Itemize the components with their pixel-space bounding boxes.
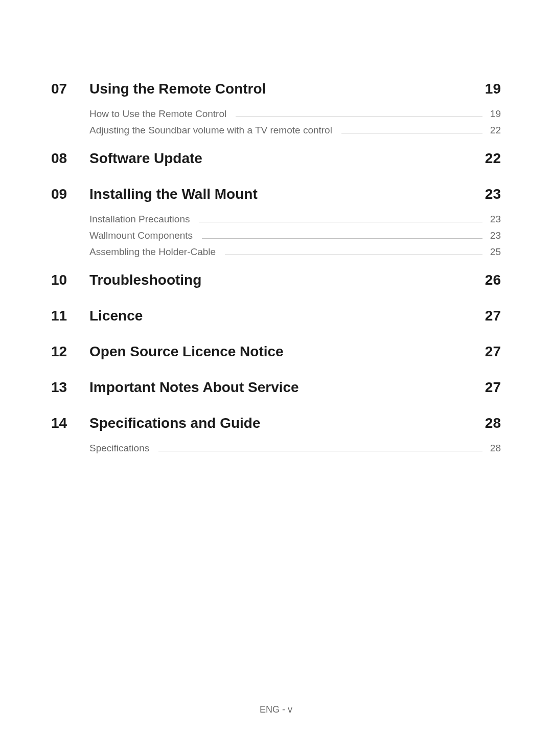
toc-container: 07 Using the Remote Control 19 How to Us… xyxy=(0,0,552,459)
section-title: Using the Remote Control xyxy=(89,81,266,97)
sub-items: How to Use the Remote Control 19 Adjusti… xyxy=(89,108,501,136)
toc-section: 10 Troubleshooting 26 xyxy=(51,272,501,288)
section-title: Specifications and Guide xyxy=(89,415,261,431)
section-body: Specifications and Guide 28 Specificatio… xyxy=(89,415,501,459)
sub-item: Specifications 28 xyxy=(89,443,501,454)
sub-title: How to Use the Remote Control xyxy=(89,108,226,120)
leader-line xyxy=(158,451,482,451)
section-body: Troubleshooting 26 xyxy=(89,272,501,288)
section-header: Software Update 22 xyxy=(89,150,501,167)
sub-page: 22 xyxy=(488,125,501,136)
section-title: Troubleshooting xyxy=(89,272,201,288)
section-body: Installing the Wall Mount 23 Installatio… xyxy=(89,186,501,263)
sub-item: Assembling the Holder-Cable 25 xyxy=(89,246,501,258)
sub-items: Installation Precautions 23 Wallmount Co… xyxy=(89,214,501,258)
section-number: 13 xyxy=(51,379,89,396)
section-number: 14 xyxy=(51,415,89,431)
sub-item: Wallmount Components 23 xyxy=(89,230,501,241)
section-number: 08 xyxy=(51,150,89,167)
section-page: 19 xyxy=(485,81,501,97)
sub-item: Installation Precautions 23 xyxy=(89,214,501,225)
leader-line xyxy=(341,133,482,133)
toc-section: 12 Open Source Licence Notice 27 xyxy=(51,343,501,360)
section-title: Software Update xyxy=(89,150,202,167)
sub-items: Specifications 28 xyxy=(89,443,501,454)
leader-line xyxy=(199,222,482,222)
toc-section: 11 Licence 27 xyxy=(51,308,501,324)
leader-line xyxy=(236,117,482,117)
sub-title: Specifications xyxy=(89,443,149,454)
section-body: Licence 27 xyxy=(89,308,501,324)
section-number: 12 xyxy=(51,343,89,360)
sub-item: Adjusting the Soundbar volume with a TV … xyxy=(89,125,501,136)
toc-section: 07 Using the Remote Control 19 How to Us… xyxy=(51,81,501,141)
section-header: Important Notes About Service 27 xyxy=(89,379,501,396)
section-body: Software Update 22 xyxy=(89,150,501,167)
section-page: 28 xyxy=(485,415,501,431)
section-body: Using the Remote Control 19 How to Use t… xyxy=(89,81,501,141)
section-header: Specifications and Guide 28 xyxy=(89,415,501,431)
toc-section: 14 Specifications and Guide 28 Specifica… xyxy=(51,415,501,459)
section-header: Open Source Licence Notice 27 xyxy=(89,343,501,360)
toc-section: 09 Installing the Wall Mount 23 Installa… xyxy=(51,186,501,263)
sub-item: How to Use the Remote Control 19 xyxy=(89,108,501,120)
section-header: Installing the Wall Mount 23 xyxy=(89,186,501,202)
section-page: 27 xyxy=(485,343,501,360)
leader-line xyxy=(225,255,482,255)
section-body: Open Source Licence Notice 27 xyxy=(89,343,501,360)
toc-section: 13 Important Notes About Service 27 xyxy=(51,379,501,396)
sub-title: Adjusting the Soundbar volume with a TV … xyxy=(89,125,332,136)
sub-page: 25 xyxy=(488,246,501,258)
section-body: Important Notes About Service 27 xyxy=(89,379,501,396)
section-title: Licence xyxy=(89,308,143,324)
section-number: 09 xyxy=(51,186,89,202)
sub-title: Wallmount Components xyxy=(89,230,193,241)
sub-title: Installation Precautions xyxy=(89,214,190,225)
sub-page: 23 xyxy=(488,230,501,241)
section-header: Troubleshooting 26 xyxy=(89,272,501,288)
section-header: Licence 27 xyxy=(89,308,501,324)
sub-title: Assembling the Holder-Cable xyxy=(89,246,216,258)
section-number: 11 xyxy=(51,308,89,324)
page-footer: ENG - v xyxy=(0,704,552,715)
sub-page: 19 xyxy=(488,108,501,120)
section-title: Open Source Licence Notice xyxy=(89,343,284,360)
section-title: Installing the Wall Mount xyxy=(89,186,258,202)
leader-line xyxy=(202,238,482,239)
section-page: 22 xyxy=(485,150,501,167)
section-page: 27 xyxy=(485,308,501,324)
section-header: Using the Remote Control 19 xyxy=(89,81,501,97)
toc-section: 08 Software Update 22 xyxy=(51,150,501,167)
section-title: Important Notes About Service xyxy=(89,379,299,396)
section-page: 27 xyxy=(485,379,501,396)
sub-page: 28 xyxy=(488,443,501,454)
section-number: 10 xyxy=(51,272,89,288)
section-number: 07 xyxy=(51,81,89,97)
section-page: 23 xyxy=(485,186,501,202)
section-page: 26 xyxy=(485,272,501,288)
sub-page: 23 xyxy=(488,214,501,225)
